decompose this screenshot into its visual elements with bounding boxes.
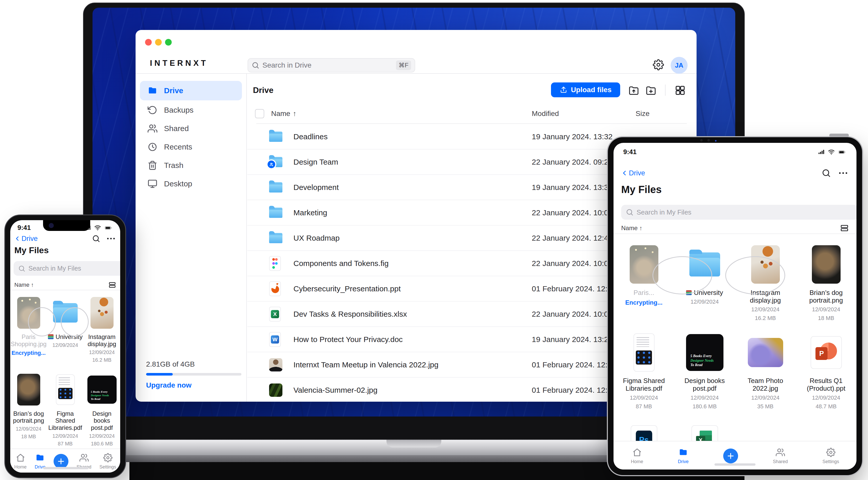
sidebar-item-label: Trash	[164, 161, 184, 170]
more-options-icon[interactable]	[106, 235, 116, 243]
grid-item[interactable]: Team Photo 2022.jpg 12/09/2024 35 MB	[735, 333, 796, 410]
grid-item[interactable]: Figma Shared Libraries.pdf 12/09/2024 87…	[614, 333, 674, 410]
list-view-icon[interactable]	[840, 224, 849, 233]
grid-item[interactable]: Instagram display.jpg 12/09/2024 16.2 MB	[84, 297, 120, 363]
new-folder-button[interactable]	[645, 85, 657, 96]
file-modified: 22 January 2024. 12:44	[532, 234, 613, 242]
grid-item[interactable]: 5 Books EveryDesigner NeedsTo Read Desig…	[84, 373, 120, 447]
grid-item[interactable]: Results Q1 (Product).ppt 12/09/2024 48.7…	[796, 333, 857, 410]
grid-view-button[interactable]	[675, 85, 685, 96]
search-placeholder: Search in Drive	[262, 61, 396, 69]
nav-icon	[103, 453, 113, 462]
home-indicator[interactable]	[43, 467, 89, 469]
file-name: Design books post.pdf	[681, 377, 728, 392]
column-modified[interactable]: Modified	[532, 110, 559, 118]
user-avatar[interactable]: JA	[671, 57, 688, 74]
file-date: 12/09/2024	[812, 306, 840, 313]
more-options-icon[interactable]	[837, 169, 849, 177]
search-placeholder: Search in My Files	[28, 265, 81, 272]
file-thumbnail	[811, 336, 842, 369]
chevron-left-icon	[621, 169, 628, 177]
sidebar-item[interactable]: Drive	[140, 81, 242, 100]
back-to-drive-link[interactable]: Drive	[14, 235, 38, 243]
nav-item[interactable]	[723, 448, 738, 464]
file-date: 12/09/2024	[52, 433, 78, 439]
search-shortcut-badge: ⌘F	[396, 60, 411, 70]
file-icon	[269, 157, 282, 167]
grid-item[interactable]: 5 Books EveryDesigner NeedsTo Read Desig…	[674, 333, 735, 410]
sort-by-name[interactable]: Name ↑	[14, 282, 34, 288]
wifi-icon	[828, 149, 835, 155]
grid-item[interactable]: Figma Shared Libraries.pdf 12/09/2024 87…	[47, 373, 84, 447]
storage-usage-label: 2.81GB of 4GB	[146, 360, 241, 368]
search-input[interactable]: Search in My Files	[621, 205, 857, 220]
sidebar-item[interactable]: Backups	[140, 101, 242, 119]
sidebar-item-icon	[148, 105, 157, 115]
upload-files-button[interactable]: Upload files	[551, 82, 620, 97]
search-icon	[626, 208, 633, 216]
search-input[interactable]: Search in My Files	[13, 261, 120, 276]
sidebar-item[interactable]: Recents	[140, 138, 242, 156]
file-modified: 01 February 2024. 12:3	[532, 361, 612, 369]
nav-label: Settings	[823, 459, 839, 465]
nav-item[interactable]: Drive	[678, 448, 689, 465]
nav-item[interactable]: Shared	[773, 448, 788, 465]
search-icon[interactable]	[92, 235, 100, 243]
laptop-lid-notch	[386, 440, 441, 447]
file-name: How to Protect Your Privacy.doc	[293, 335, 403, 344]
drive-search-input[interactable]: Search in Drive ⌘F	[248, 58, 415, 72]
sidebar-item[interactable]: Trash	[140, 157, 242, 174]
storage-widget: 2.81GB of 4GB Upgrade now	[146, 360, 241, 389]
battery-icon	[104, 225, 113, 231]
sidebar-item-icon	[148, 142, 157, 152]
upload-folder-button[interactable]	[628, 85, 640, 96]
sidebar: Drive Backups Shared	[135, 74, 247, 402]
nav-item[interactable]: Settings	[99, 453, 116, 470]
select-all-checkbox[interactable]	[255, 109, 264, 118]
file-modified: 22 January 2024. 10:08	[532, 259, 613, 268]
shared-badge	[267, 160, 276, 169]
home-indicator[interactable]	[714, 464, 755, 466]
file-icon	[269, 208, 282, 218]
upgrade-now-link[interactable]: Upgrade now	[146, 381, 241, 389]
nav-item[interactable]	[54, 454, 68, 469]
sidebar-item[interactable]: Desktop	[140, 175, 242, 193]
sort-by-name[interactable]: Name ↑	[621, 225, 643, 232]
file-date: 12/09/2024	[52, 342, 78, 348]
column-name[interactable]: Name↑	[271, 110, 297, 118]
ipad: 9:41 Drive My Files Search in My	[608, 137, 862, 475]
file-date: 12/09/2024	[16, 426, 41, 432]
search-icon[interactable]	[822, 168, 831, 178]
file-date: 12/09/2024	[89, 349, 115, 355]
page-title: My Files	[14, 245, 49, 255]
nav-item[interactable]: Settings	[823, 448, 839, 465]
list-view-icon[interactable]	[108, 281, 116, 289]
battery-icon	[837, 149, 847, 155]
signal-icon	[818, 149, 825, 155]
nav-label: Home	[14, 465, 27, 470]
file-name: Marketing	[293, 208, 327, 217]
upload-icon	[560, 86, 567, 94]
file-name: Brian’s dog portrait.png	[11, 410, 46, 424]
sort-asc-icon: ↑	[293, 110, 297, 117]
file-thumbnail: 5 Books EveryDesigner NeedsTo Read	[87, 376, 117, 404]
nav-item[interactable]: Home	[631, 448, 643, 465]
file-modified: 22 January 2024. 10:08	[532, 310, 613, 318]
settings-gear-button[interactable]	[653, 59, 664, 70]
grid-item[interactable]: Brian’s dog portrait.png 12/09/2024 18 M…	[796, 245, 857, 321]
sidebar-item[interactable]: Shared	[140, 120, 242, 137]
file-name: Paris...	[633, 289, 654, 297]
sort-asc-icon: ↑	[31, 282, 34, 288]
file-modified: 19 January 2024. 13:34	[532, 183, 613, 192]
search-icon	[252, 62, 259, 69]
back-to-drive-link[interactable]: Drive	[621, 169, 645, 177]
nav-item[interactable]: Home	[14, 453, 27, 470]
sidebar-item-icon	[148, 124, 157, 133]
search-placeholder: Search in My Files	[637, 208, 691, 216]
grid-item[interactable]: Brian’s dog portrait.png 12/09/2024 18 M…	[10, 373, 47, 447]
encrypting-status: Encrypting...	[625, 299, 662, 306]
file-date: 12/09/2024	[751, 306, 779, 313]
file-icon	[269, 358, 282, 372]
file-grid: Paris... Encrypting... University	[614, 235, 857, 451]
column-size[interactable]: Size	[636, 110, 649, 118]
